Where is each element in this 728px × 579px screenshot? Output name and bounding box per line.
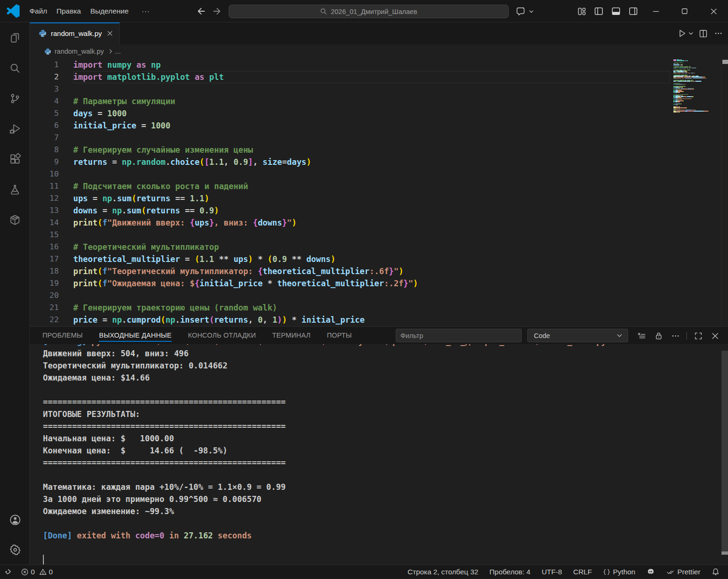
output-line-1: Движений вверх: 504, вниз: 496 (30, 347, 728, 360)
extensions-icon[interactable] (0, 144, 30, 174)
tab-random-walk-py[interactable]: random_walk.py (30, 22, 120, 44)
language-label: Python (613, 568, 635, 576)
remote-indicator-icon[interactable] (0, 565, 17, 579)
window-maximize-button[interactable] (670, 0, 699, 22)
nav-back-icon[interactable] (195, 6, 205, 16)
output-line-3: Ожидаемая цена: $14.66 (30, 372, 728, 384)
output-line-8: Начальная цена: $ 1000.00 (30, 432, 728, 445)
line-number: 6 (30, 121, 59, 130)
minimap[interactable] (671, 59, 719, 327)
code-line-19[interactable]: 19print(f"Ожидаемая цена: ${initial_pric… (30, 277, 728, 290)
code-line-21[interactable]: 21# Генерируем траекторию цены (random w… (30, 302, 728, 314)
panel-tab-terminal[interactable]: ТЕРМИНАЛ (272, 327, 310, 344)
close-panel-icon[interactable] (707, 329, 723, 343)
panel-tab-debug-console[interactable]: КОНСОЛЬ ОТЛАДКИ (188, 327, 256, 344)
code-line-7[interactable]: 7 (30, 132, 728, 144)
maximize-panel-icon[interactable] (690, 329, 707, 343)
panel-tab-ports[interactable]: ПОРТЫ (327, 327, 351, 344)
run-dropdown-chevron-icon[interactable] (687, 28, 694, 40)
output-panel[interactable]: [Running] python -u "c:\Users\dmitr\OneD… (30, 344, 728, 565)
code-line-16[interactable]: 16# Теоретический мультипликатор (30, 241, 728, 253)
code-line-11[interactable]: 11# Подсчитаем сколько роста и падений (30, 180, 728, 192)
activity-bar (0, 22, 30, 565)
problems-status[interactable]: 0 0 (17, 565, 57, 579)
clear-output-icon[interactable] (633, 329, 650, 343)
explorer-icon[interactable] (0, 22, 30, 53)
menu-file[interactable]: Файл (25, 4, 52, 18)
toggle-primary-sidebar-icon[interactable] (591, 3, 607, 19)
menu-edit[interactable]: Правка (52, 4, 85, 18)
window-close-button[interactable] (699, 0, 728, 22)
toggle-panel-icon[interactable] (608, 3, 624, 19)
output-line-13: За 1000 дней это примерно 0.99^500 ≈ 0.0… (30, 493, 728, 505)
notifications-bell-icon[interactable] (706, 565, 725, 579)
search-sidebar-icon[interactable] (0, 53, 30, 83)
code-line-15[interactable]: 15 (30, 229, 728, 241)
output-line-2: Теоретический мультипликатор: 0.014662 (30, 360, 728, 372)
code-line-12[interactable]: 12ups = np.sum(returns == 1.1) (30, 192, 728, 205)
output-line-12: Математика: каждая пара +10%/-10% = 1.1×… (30, 481, 728, 493)
command-center-label: 2026_01_Дмитрий_Шалаев (331, 8, 417, 15)
containers-icon[interactable] (0, 205, 30, 235)
panel-tab-problems[interactable]: ПРОБЛЕМЫ (42, 327, 83, 344)
language-status[interactable]: Python (597, 565, 641, 579)
output-channel-select[interactable]: Code (527, 329, 628, 342)
editor-overview-ruler[interactable] (721, 59, 728, 327)
run-debug-icon[interactable] (0, 113, 30, 144)
panel-vertical-scrollbar[interactable] (721, 351, 728, 554)
output-filter-input[interactable]: Фильтр (396, 329, 522, 342)
code-line-1[interactable]: 1import numpy as np (30, 59, 728, 71)
breadcrumb-chevron-icon (107, 48, 114, 55)
code-line-9[interactable]: 9returns = np.random.choice([1.1, 0.9], … (30, 156, 728, 168)
testing-icon[interactable] (0, 174, 30, 205)
code-line-18[interactable]: 18print(f"Теоретический мультипликатор: … (30, 265, 728, 277)
breadcrumb: random_walk.py ... (30, 44, 728, 59)
copilot-status-icon[interactable] (641, 565, 661, 579)
code-text: theoretical_multiplier = (1.1 ** ups) * … (73, 254, 336, 264)
panel-more-actions-icon[interactable] (667, 329, 684, 343)
line-number: 7 (30, 133, 59, 142)
code-line-14[interactable]: 14print(f"Движений вверх: {ups}, вниз: {… (30, 217, 728, 229)
code-line-20[interactable]: 20 (30, 290, 728, 302)
lock-autoscroll-icon[interactable] (650, 329, 667, 343)
tab-close-icon[interactable] (105, 28, 115, 38)
encoding-status[interactable]: UTF-8 (536, 565, 568, 579)
menu-more[interactable]: ··· (137, 7, 155, 15)
copilot-button[interactable] (515, 6, 534, 17)
nav-forward-icon[interactable] (213, 6, 223, 16)
code-line-17[interactable]: 17theoretical_multiplier = (1.1 ** ups) … (30, 253, 728, 265)
code-line-13[interactable]: 13downs = np.sum(returns == 0.9) (30, 205, 728, 217)
code-line-5[interactable]: 5days = 1000 (30, 107, 728, 120)
code-line-2[interactable]: 2import matplotlib.pyplot as plt (30, 71, 728, 83)
output-line-0: [Running] python -u "c:\Users\dmitr\OneD… (30, 344, 728, 347)
code-editor[interactable]: 1import numpy as np2import matplotlib.py… (30, 59, 728, 327)
toggle-secondary-sidebar-icon[interactable] (625, 3, 641, 19)
code-line-4[interactable]: 4# Параметры симуляции (30, 95, 728, 107)
run-python-file-icon[interactable] (676, 28, 688, 40)
code-line-22[interactable]: 22price = np.cumprod(np.insert(returns, … (30, 314, 728, 326)
code-line-10[interactable]: 10 (30, 168, 728, 180)
split-editor-icon[interactable] (697, 28, 709, 40)
code-line-3[interactable]: 3 (30, 83, 728, 95)
accounts-icon[interactable] (0, 505, 30, 535)
formatter-status[interactable]: Prettier (661, 565, 706, 579)
customize-layout-icon[interactable] (574, 3, 589, 19)
window-minimize-button[interactable] (641, 0, 670, 22)
line-number: 1 (30, 60, 59, 69)
code-line-6[interactable]: 6initial_price = 1000 (30, 120, 728, 132)
command-center-search[interactable]: 2026_01_Дмитрий_Шалаев (229, 5, 509, 18)
line-number: 20 (30, 291, 59, 300)
source-control-icon[interactable] (0, 83, 30, 113)
cursor-position-status[interactable]: Строка 2, столбец 32 (402, 565, 484, 579)
menu-selection[interactable]: Выделение (85, 4, 133, 18)
line-number: 18 (30, 267, 59, 275)
eol-status[interactable]: CRLF (567, 565, 597, 579)
code-line-8[interactable]: 8# Генерируем случайные изменения цены (30, 144, 728, 156)
editor-more-actions-icon[interactable] (712, 28, 724, 40)
panel-tab-output[interactable]: ВЫХОДНЫЕ ДАННЫЕ (99, 327, 171, 344)
indentation-status[interactable]: Пробелов: 4 (484, 565, 536, 579)
settings-gear-icon[interactable] (0, 535, 30, 565)
breadcrumb-filename[interactable]: random_walk.py (55, 48, 104, 55)
breadcrumb-symbol[interactable]: ... (115, 48, 121, 55)
title-bar: Файл Правка Выделение ··· 2026_01_Дмитри… (0, 0, 728, 22)
